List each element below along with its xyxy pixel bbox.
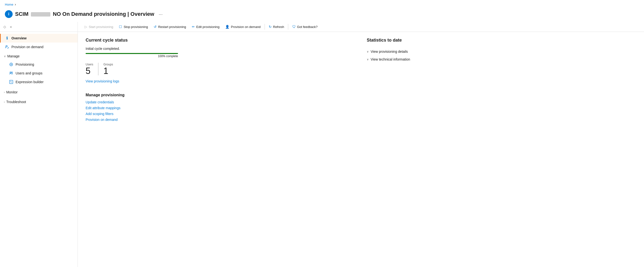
stop-icon: ☐	[119, 25, 122, 29]
edit-attribute-mappings-link[interactable]: Edit attribute mappings	[86, 106, 355, 110]
manage-chevron: ∨	[4, 55, 6, 58]
content-columns: Current cycle status Initial cycle compl…	[86, 38, 636, 122]
users-groups-icon	[9, 71, 14, 76]
sidebar-section-manage-label: Manage	[7, 54, 20, 58]
restart-provisioning-button[interactable]: ↺ Restart provisioning	[151, 23, 189, 30]
edit-icon: ✏	[192, 25, 195, 29]
overview-icon: ℹ	[4, 36, 10, 40]
view-provisioning-logs-link[interactable]: View provisioning logs	[86, 79, 119, 83]
page-icon: i	[5, 10, 13, 18]
update-credentials-link[interactable]: Update credentials	[86, 100, 355, 104]
refresh-button[interactable]: ↻ Refresh	[266, 23, 287, 30]
toolbar-divider	[264, 24, 265, 30]
edit-provisioning-button[interactable]: ✏ Edit provisioning	[189, 23, 222, 30]
provision-demand-icon	[4, 44, 10, 49]
toolbar: ▷ Start provisioning ☐ Stop provisioning…	[78, 22, 644, 32]
start-provisioning-button[interactable]: ▷ Start provisioning	[82, 23, 116, 30]
more-options-button[interactable]: ···	[156, 11, 165, 18]
groups-stat: Groups 1	[103, 63, 118, 76]
statistics-to-date-title: Statistics to date	[367, 38, 636, 43]
page-title: SCIM NO On Demand provisioning | Overvie…	[15, 11, 154, 17]
main-content: Current cycle status Initial cycle compl…	[78, 32, 644, 267]
svg-point-3	[10, 72, 11, 73]
restart-icon: ↺	[154, 25, 156, 29]
monitor-chevron: ›	[4, 91, 5, 94]
manage-links-list: Update credentials Edit attribute mappin…	[86, 100, 355, 122]
start-icon: ▷	[85, 25, 87, 29]
stop-provisioning-button[interactable]: ☐ Stop provisioning	[116, 23, 151, 30]
users-stat: Users 5	[86, 63, 98, 76]
current-cycle-title: Current cycle status	[86, 38, 355, 43]
view-provisioning-details-label: View provisioning details	[371, 50, 408, 54]
sidebar-item-expression-builder-label: Expression builder	[16, 80, 44, 84]
svg-point-0	[6, 46, 7, 47]
sidebar: ℹ Overview Provision on demand ∨ Manage	[0, 32, 78, 267]
svg-point-2	[11, 64, 12, 65]
sidebar-section-monitor: › Monitor	[0, 87, 78, 97]
sidebar-item-provision-demand[interactable]: Provision on demand	[0, 42, 78, 51]
manage-provisioning-section: Manage provisioning Update credentials E…	[86, 93, 355, 122]
add-scoping-filters-link[interactable]: Add scoping filters	[86, 112, 355, 116]
sidebar-item-provision-demand-label: Provision on demand	[12, 45, 44, 49]
svg-text:fx: fx	[10, 81, 12, 83]
progress-bar-wrap: 100% complete	[86, 53, 355, 58]
manage-provisioning-title: Manage provisioning	[86, 93, 355, 97]
right-column: Statistics to date ∨ View provisioning d…	[367, 38, 636, 122]
page-header: i SCIM NO On Demand provisioning | Overv…	[0, 9, 644, 22]
feedback-icon: 🗨	[292, 25, 296, 29]
sidebar-section-troubleshoot-header[interactable]: › Troubleshoot	[0, 98, 78, 106]
technical-info-chevron: ∨	[367, 58, 369, 61]
view-provisioning-details-item[interactable]: ∨ View provisioning details	[367, 48, 636, 56]
provisioning-icon	[9, 62, 14, 67]
users-value: 5	[86, 67, 93, 76]
groups-value: 1	[103, 67, 113, 76]
breadcrumb-home[interactable]: Home	[5, 3, 14, 6]
nav-expand-button[interactable]: ◇	[2, 24, 8, 30]
sidebar-section-monitor-label: Monitor	[6, 90, 18, 94]
sidebar-item-expression-builder[interactable]: fx Expression builder	[0, 78, 78, 86]
stats-row: Users 5 Groups 1	[86, 63, 355, 76]
toolbar-divider-2	[288, 24, 288, 30]
cycle-status-text: Initial cycle completed.	[86, 47, 355, 50]
view-technical-information-item[interactable]: ∨ View technical information	[367, 56, 636, 63]
feedback-button[interactable]: 🗨 Got feedback?	[289, 23, 320, 30]
troubleshoot-chevron: ›	[4, 100, 5, 103]
sidebar-item-provisioning-label: Provisioning	[16, 62, 34, 66]
sidebar-item-overview-label: Overview	[12, 36, 26, 40]
progress-bar-bg	[86, 53, 178, 54]
groups-label: Groups	[103, 63, 113, 66]
breadcrumb-sep: ›	[15, 2, 16, 6]
manage-provision-on-demand-link[interactable]: Provision on demand	[86, 118, 355, 122]
refresh-icon: ↻	[269, 25, 272, 29]
provisioning-details-chevron: ∨	[367, 50, 369, 53]
sidebar-section-monitor-header[interactable]: › Monitor	[0, 88, 78, 96]
statistics-to-date-section: ∨ View provisioning details ∨ View techn…	[367, 48, 636, 63]
nav-collapse-button[interactable]: «	[8, 24, 14, 30]
progress-label: 100% complete	[86, 54, 178, 58]
sidebar-item-users-groups[interactable]: Users and groups	[0, 69, 78, 78]
sidebar-section-manage: ∨ Manage Provisioning	[0, 51, 78, 87]
breadcrumb: Home ›	[0, 0, 644, 9]
expression-builder-icon: fx	[9, 80, 14, 84]
provision-on-demand-button[interactable]: 👤 Provision on demand	[222, 23, 264, 30]
sidebar-section-manage-header[interactable]: ∨ Manage	[0, 52, 78, 60]
sidebar-item-overview[interactable]: ℹ Overview	[0, 34, 78, 42]
progress-bar-fill	[86, 53, 178, 54]
sidebar-item-provisioning[interactable]: Provisioning	[0, 60, 78, 69]
provision-icon: 👤	[225, 25, 229, 29]
svg-point-4	[12, 72, 13, 73]
current-cycle-section: Current cycle status Initial cycle compl…	[86, 38, 355, 58]
left-column: Current cycle status Initial cycle compl…	[86, 38, 355, 122]
sidebar-section-troubleshoot-label: Troubleshoot	[6, 100, 26, 104]
view-technical-information-label: View technical information	[371, 58, 410, 61]
sidebar-section-troubleshoot: › Troubleshoot	[0, 97, 78, 107]
sidebar-item-users-groups-label: Users and groups	[16, 71, 42, 75]
main-layout: ℹ Overview Provision on demand ∨ Manage	[0, 32, 644, 267]
redacted-text	[31, 12, 50, 16]
users-label: Users	[86, 63, 93, 66]
